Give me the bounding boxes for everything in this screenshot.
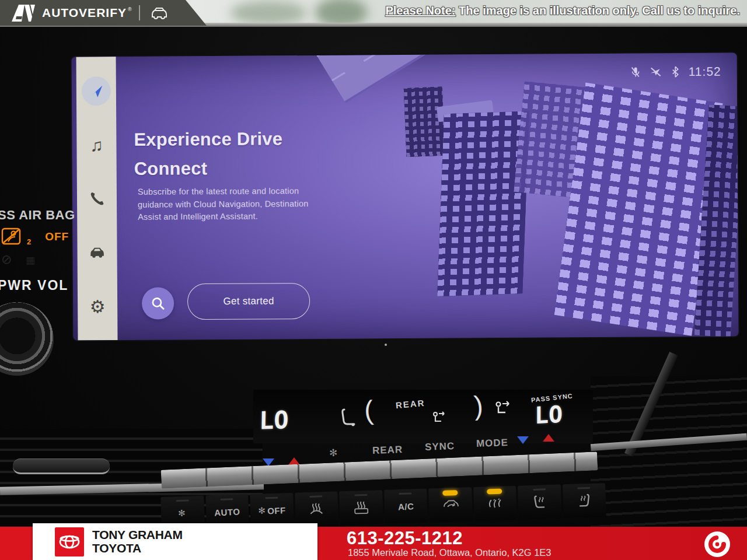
dealer-phone: 613-225-1212 bbox=[347, 528, 463, 549]
seat-heat-icon bbox=[578, 494, 591, 508]
rear-button-label: REAR bbox=[372, 444, 403, 457]
clock: 11:52 bbox=[689, 65, 721, 79]
toyota-logo-square bbox=[55, 527, 84, 556]
navigation-arrow-icon bbox=[88, 83, 104, 99]
fan-icon: ✻ bbox=[178, 508, 186, 519]
dealership-photo: AUTOVERIFY® Please Note: The image is an… bbox=[0, 0, 747, 560]
screen-sidebar: ♫ ⚙ bbox=[76, 57, 118, 340]
dealer-address: 1855 Merivale Road, Ottawa, Ontario, K2G… bbox=[348, 547, 551, 558]
autoverify-brand-text: AUTOVERIFY bbox=[42, 6, 127, 20]
temp-up-arrow-right bbox=[543, 434, 554, 442]
airbag-status: OFF bbox=[45, 230, 69, 243]
vehicle-icon bbox=[88, 247, 107, 260]
recirculation-button bbox=[428, 487, 472, 522]
front-defrost-icon bbox=[309, 502, 324, 516]
power-volume-label: PWR VOL bbox=[0, 278, 68, 293]
ac-button: A/C bbox=[384, 489, 428, 524]
airflow-face-icon bbox=[493, 399, 512, 418]
airbag-indicator: 2 OFF bbox=[1, 228, 69, 246]
car-icon bbox=[149, 6, 169, 19]
seat-heat-icon bbox=[533, 495, 546, 509]
dust-speck bbox=[385, 344, 387, 346]
headline-line2: Connect bbox=[134, 153, 283, 184]
search-icon bbox=[151, 296, 166, 311]
display-bracket-right: ) bbox=[473, 392, 483, 419]
building-tower bbox=[437, 111, 529, 296]
music-icon: ♫ bbox=[90, 136, 103, 154]
sidebar-item-phone[interactable] bbox=[77, 178, 117, 220]
dealer-name-line1: TONY GRAHAM bbox=[92, 528, 183, 541]
settings-gear-icon: ⚙ bbox=[90, 298, 106, 316]
dealer-card: TONY GRAHAM TOYOTA bbox=[33, 523, 317, 560]
get-started-label: Get started bbox=[223, 295, 274, 307]
get-started-button[interactable]: Get started bbox=[187, 283, 310, 320]
search-button[interactable] bbox=[142, 287, 174, 319]
dealer-name-line2: TOYOTA bbox=[92, 542, 183, 555]
airbag-off-icon bbox=[1, 228, 26, 246]
dealer-name: TONY GRAHAM TOYOTA bbox=[92, 528, 183, 554]
autoverify-watermark-bar: AUTOVERIFY® bbox=[0, 0, 210, 26]
seat-heat-right-button bbox=[562, 483, 606, 518]
display-bracket-left: ( bbox=[363, 397, 374, 424]
toyota-emblem-icon bbox=[58, 530, 81, 554]
phone-icon bbox=[88, 190, 106, 208]
driver-temp-display: LO bbox=[259, 405, 289, 435]
seat-icon bbox=[340, 407, 357, 428]
notice-rest: The image is an illustration only. Call … bbox=[456, 4, 740, 17]
indicator-light bbox=[442, 490, 458, 496]
airflow-face-icon bbox=[431, 410, 447, 426]
subscription-description: Subscribe for the latest route and locat… bbox=[138, 185, 320, 223]
foliage-blur bbox=[231, 1, 306, 24]
fresh-air-button bbox=[473, 486, 517, 521]
auto-label: AUTO bbox=[214, 506, 240, 517]
lane-markings bbox=[331, 53, 571, 82]
dim-indicator-icon: ▦ bbox=[26, 254, 35, 267]
off-label: OFF bbox=[267, 505, 285, 516]
autoverify-logo-icon bbox=[11, 4, 37, 22]
right-air-vent bbox=[591, 376, 747, 527]
airbag-icon-number: 2 bbox=[27, 237, 31, 246]
front-defrost-button bbox=[295, 491, 338, 526]
headline-line1: Experience Drive bbox=[134, 124, 282, 155]
indicator-light bbox=[487, 489, 502, 495]
rear-defrost-icon bbox=[353, 501, 369, 515]
city-illustration bbox=[317, 53, 739, 339]
notice-label: Please Note: bbox=[385, 4, 455, 17]
divider bbox=[139, 5, 140, 20]
rear-defrost-button bbox=[339, 490, 383, 525]
fan-speed-icon: ✻ bbox=[329, 447, 338, 459]
sidebar-item-settings[interactable]: ⚙ bbox=[78, 286, 117, 328]
fresh-air-icon bbox=[487, 498, 504, 510]
headline: Experience Drive Connect bbox=[134, 124, 282, 184]
passenger-airbag-label: SS AIR BAG bbox=[0, 208, 75, 223]
seat-heat-left-button bbox=[518, 484, 561, 519]
mic-muted-icon bbox=[631, 66, 640, 78]
vent-adjuster-tab bbox=[13, 459, 110, 474]
bluetooth-icon bbox=[672, 66, 679, 78]
tony-graham-emblem-icon bbox=[704, 531, 731, 558]
gps-off-icon bbox=[650, 66, 662, 78]
sidebar-item-media[interactable]: ♫ bbox=[76, 124, 116, 166]
sync-button-label: SYNC bbox=[425, 440, 455, 453]
sidebar-item-navigation[interactable] bbox=[76, 71, 116, 112]
recirculation-icon bbox=[441, 499, 459, 510]
passenger-temp-display: LO bbox=[535, 401, 563, 429]
registered-mark: ® bbox=[128, 6, 132, 12]
mode-button-label: MODE bbox=[476, 437, 509, 450]
infotainment-screen: ♫ ⚙ bbox=[72, 53, 739, 341]
temp-down-arrow-right bbox=[517, 436, 529, 444]
sidebar-item-vehicle[interactable] bbox=[77, 232, 117, 274]
screen-status-bar: 11:52 bbox=[631, 65, 721, 79]
dim-indicator-icon: ⊘ bbox=[1, 252, 12, 267]
ac-label: A/C bbox=[397, 501, 414, 512]
notice-text: Please Note: The image is an illustratio… bbox=[385, 4, 740, 18]
fan-icon: ✻ bbox=[258, 505, 266, 516]
